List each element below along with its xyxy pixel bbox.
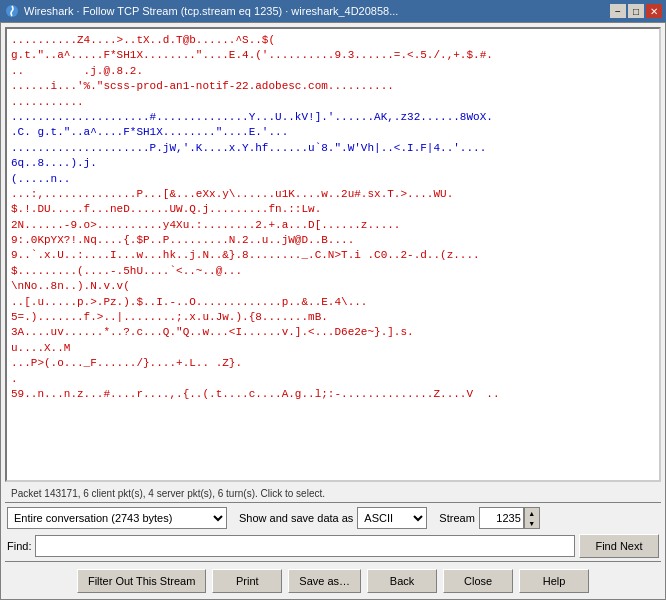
window-title: Wireshark · Follow TCP Stream (tcp.strea… — [24, 5, 398, 17]
find-next-button[interactable]: Find Next — [579, 534, 659, 558]
stream-spin-up[interactable]: ▲ — [525, 508, 539, 518]
find-label: Find: — [7, 540, 31, 552]
save-data-label: Show and save data as — [239, 512, 353, 524]
stream-line: ...P>(.o..._F....../}....+.L.. .Z}. — [11, 356, 655, 371]
conversation-dropdown[interactable]: Entire conversation (2743 bytes) — [7, 507, 227, 529]
close-button[interactable]: ✕ — [646, 4, 662, 18]
stream-line: . — [11, 372, 655, 387]
title-bar: Wireshark · Follow TCP Stream (tcp.strea… — [0, 0, 666, 22]
stream-line: u....X..M — [11, 341, 655, 356]
format-dropdown-group: ASCIIHex DumpEBCDICHex — [357, 507, 427, 529]
help-button[interactable]: Help — [519, 569, 589, 593]
stream-line: \nNo..8n..).N.v.v( — [11, 279, 655, 294]
stream-line: g.t."..a^.....F*SH1X........"....E.4.('.… — [11, 48, 655, 63]
find-input[interactable] — [35, 535, 575, 557]
stream-line: 5=.).......f.>..|........;.x.u.Jw.).{8..… — [11, 310, 655, 325]
format-dropdown[interactable]: ASCIIHex DumpEBCDICHex — [357, 507, 427, 529]
stream-spinbox: 1235 ▲ ▼ — [479, 507, 540, 529]
stream-line: .C. g.t."..a^....F*SH1X........"....E.'.… — [11, 125, 655, 140]
close-button[interactable]: Close — [443, 569, 513, 593]
stream-line: $.!.DU.....f...neD......UW.Q.j.........f… — [11, 202, 655, 217]
stream-line: 9:.0KpYX?!.Nq....{.$P..P.........N.2..u.… — [11, 233, 655, 248]
maximize-button[interactable]: □ — [628, 4, 644, 18]
main-window: ..........Z4....>..tX..d.T@b......^S..$(… — [0, 22, 666, 600]
stream-label: Stream — [439, 512, 474, 524]
wireshark-icon — [4, 3, 20, 19]
stream-line: .....................#..............Y...… — [11, 110, 655, 125]
conversation-dropdown-group: Entire conversation (2743 bytes) — [7, 507, 227, 529]
stream-line: 59..n...n.z...#....r....,.{..(.t....c...… — [11, 387, 655, 402]
stream-line: ........... — [11, 95, 655, 110]
stream-line: ..[.u.....p.>.Pz.).$..I.-..O............… — [11, 295, 655, 310]
status-bar[interactable]: Packet 143171, 6 client pkt(s), 4 server… — [5, 486, 661, 501]
stream-spinner: ▲ ▼ — [524, 507, 540, 529]
filter-out-this-stream-button[interactable]: Filter Out This Stream — [77, 569, 206, 593]
status-text: Packet 143171, 6 client pkt(s), 4 server… — [11, 488, 325, 499]
stream-value-input[interactable]: 1235 — [479, 507, 524, 529]
stream-line: 9..`.x.U..:....I...w...hk..j.N..&}.8....… — [11, 248, 655, 263]
find-row: Find: Find Next — [1, 532, 665, 560]
controls-row: Entire conversation (2743 bytes) Show an… — [1, 504, 665, 532]
stream-line: 3A....uv......*..?.c...Q."Q..w...<I.....… — [11, 325, 655, 340]
stream-line: .. .j.@.8.2. — [11, 64, 655, 79]
button-row: Filter Out This StreamPrintSave as…BackC… — [1, 563, 665, 599]
save-as-button[interactable]: Save as… — [288, 569, 361, 593]
stream-line: ...:,..............P...[&...eXx.y\......… — [11, 187, 655, 202]
minimize-button[interactable]: − — [610, 4, 626, 18]
stream-line: (.....n.. — [11, 172, 655, 187]
title-bar-left: Wireshark · Follow TCP Stream (tcp.strea… — [4, 3, 398, 19]
print-button[interactable]: Print — [212, 569, 282, 593]
stream-content[interactable]: ..........Z4....>..tX..d.T@b......^S..$(… — [5, 27, 661, 482]
back-button[interactable]: Back — [367, 569, 437, 593]
divider-2 — [5, 561, 661, 562]
stream-line: ......i...'%."scss-prod-an1-notif-22.ado… — [11, 79, 655, 94]
stream-line: .....................P.jW,'.K....x.Y.hf.… — [11, 141, 655, 156]
stream-line: $.........(....-.5hU....`<..~..@... — [11, 264, 655, 279]
title-bar-controls: − □ ✕ — [610, 4, 662, 18]
stream-line: ..........Z4....>..tX..d.T@b......^S..$( — [11, 33, 655, 48]
divider-1 — [5, 502, 661, 503]
stream-line: 2N......-9.o>..........y4Xu.:........2.+… — [11, 218, 655, 233]
stream-spin-down[interactable]: ▼ — [525, 518, 539, 528]
stream-line: 6q..8....).j. — [11, 156, 655, 171]
